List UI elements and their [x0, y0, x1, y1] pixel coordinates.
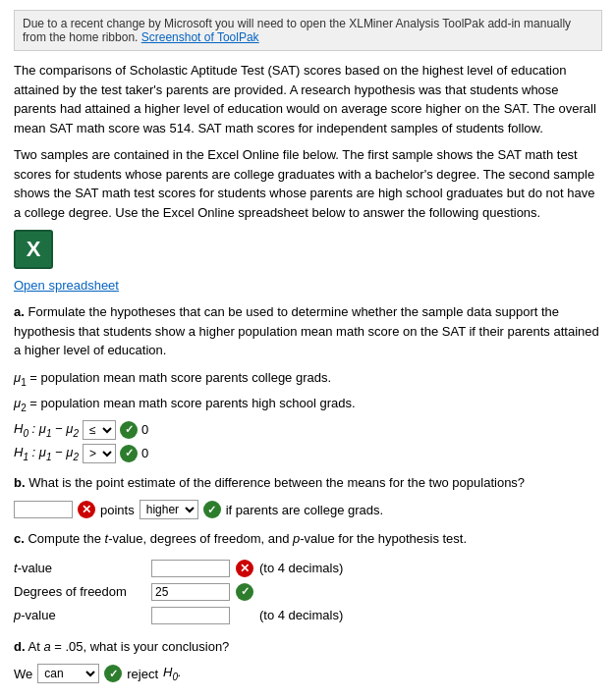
pvalue-row: p-value (to 4 decimals) [14, 604, 349, 627]
part-c-section: c. Compute the t-value, degrees of freed… [14, 529, 602, 627]
pvalue-input-cell [151, 604, 236, 627]
tvalue-row: t-value ✕ (to 4 decimals) [14, 557, 349, 580]
part-b-label: b. [14, 475, 26, 490]
h1-select[interactable]: ≤ < = ≥ > ≠ [83, 444, 116, 463]
direction-select[interactable]: higher lower [140, 500, 198, 519]
notice-bar: Due to a recent change by Microsoft you … [14, 10, 602, 51]
part-a-question: a. Formulate the hypotheses that can be … [14, 302, 602, 360]
intro-paragraph-1: The comparisons of Scholastic Aptitude T… [14, 61, 602, 137]
h1-line: H1 : μ1 − μ2 ≤ < = ≥ > ≠ ✓ 0 [14, 444, 602, 463]
point-estimate-error-icon: ✕ [78, 501, 95, 518]
h0-text: H0 : μ1 − μ2 [14, 421, 79, 439]
part-d-section: d. At a = .05, what is your conclusion? … [14, 637, 602, 684]
mu1-definition: μ1 = population mean math score parents … [14, 368, 602, 391]
reject-label: reject [127, 667, 158, 681]
part-a-section: a. Formulate the hypotheses that can be … [14, 302, 602, 463]
df-input[interactable] [151, 583, 230, 601]
part-d-answer-row: We can cannot ✓ reject H0. [14, 664, 602, 683]
part-b-answer-row: ✕ points higher lower ✓ if parents are c… [14, 500, 602, 519]
h0-symbol: H0. [163, 665, 182, 682]
tvalue-label: t-value [14, 557, 151, 580]
point-estimate-input[interactable] [14, 501, 73, 518]
we-label: We [14, 667, 32, 681]
tvalue-input[interactable] [151, 560, 230, 577]
tvalue-note-cell: (to 4 decimals) [259, 557, 349, 580]
h1-text: H1 : μ1 − μ2 [14, 445, 79, 462]
part-c-question: c. Compute the t-value, degrees of freed… [14, 529, 602, 549]
open-spreadsheet-link[interactable]: Open spreadsheet [14, 278, 602, 293]
mu2-definition: μ2 = population mean math score parents … [14, 394, 602, 416]
pvalue-note-cell: (to 4 decimals) [259, 604, 349, 627]
toolpak-link[interactable]: Screenshot of ToolPak [141, 30, 259, 44]
part-b-section: b. What is the point estimate of the dif… [14, 473, 602, 520]
h0-line: H0 : μ1 − μ2 ≤ < = ≥ > ≠ ✓ 0 [14, 420, 602, 440]
excel-icon [14, 230, 53, 269]
tvalue-error-icon: ✕ [236, 560, 253, 577]
notice-text: Due to a recent change by Microsoft you … [23, 17, 571, 44]
pvalue-label: p-value [14, 604, 151, 627]
pvalue-input[interactable] [151, 607, 230, 624]
h1-value: 0 [141, 446, 148, 460]
h0-value: 0 [141, 422, 148, 437]
points-label: points [100, 503, 135, 517]
h1-check-icon: ✓ [120, 445, 138, 462]
direction-check-icon: ✓ [203, 501, 221, 518]
tvalue-input-cell [151, 557, 236, 580]
excel-section [14, 230, 602, 276]
conclusion-select[interactable]: can cannot [37, 664, 99, 683]
part-d-question: d. At a = .05, what is your conclusion? [14, 637, 602, 657]
h0-check-icon: ✓ [120, 421, 138, 439]
df-check-icon: ✓ [236, 583, 253, 601]
part-c-table: t-value ✕ (to 4 decimals) Degrees of fre… [14, 557, 349, 627]
conclusion-check-icon: ✓ [104, 665, 122, 682]
part-d-label: d. [14, 639, 26, 654]
part-b-suffix: if parents are college grads. [226, 503, 383, 517]
intro-paragraph-2: Two samples are contained in the Excel O… [14, 145, 602, 222]
df-label: Degrees of freedom [14, 580, 151, 604]
h0-select[interactable]: ≤ < = ≥ > ≠ [83, 420, 116, 440]
df-row: Degrees of freedom ✓ [14, 580, 349, 604]
part-a-label: a. [14, 304, 25, 319]
part-c-label: c. [14, 531, 25, 546]
df-value-cell [151, 580, 236, 604]
part-b-question: b. What is the point estimate of the dif… [14, 473, 602, 493]
